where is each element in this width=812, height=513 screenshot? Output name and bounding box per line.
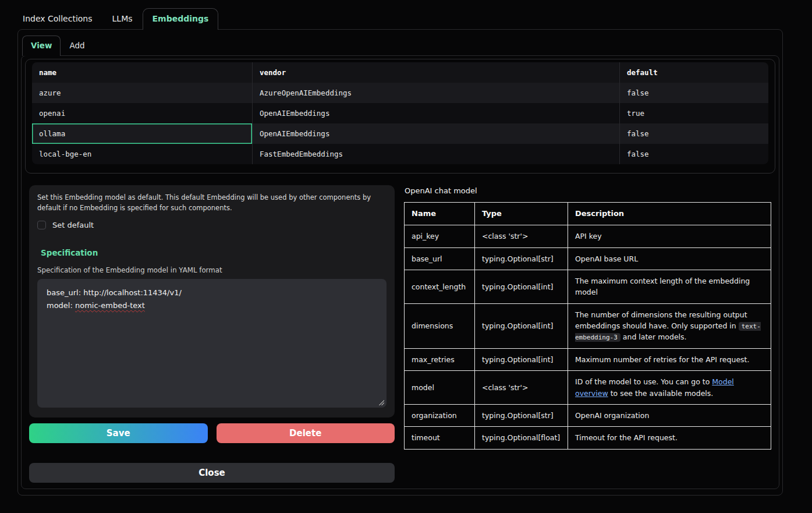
emb-cell-name[interactable]: openai xyxy=(32,103,252,123)
emb-cell-default[interactable]: true xyxy=(619,103,768,123)
embeddings-row-openai[interactable]: openaiOpenAIEmbeddingstrue xyxy=(32,103,768,123)
view-add-tab-bar: ViewAdd xyxy=(21,36,779,55)
set-default-checkbox-row[interactable]: Set default xyxy=(37,221,387,229)
param-type: <class 'str'> xyxy=(475,371,568,405)
param-description: API key xyxy=(568,225,771,247)
set-default-description: Set this Embedding model as default. Thi… xyxy=(37,193,387,214)
param-description: Timeout for the API request. xyxy=(568,427,771,449)
misspelled-word: nomic-embed-text xyxy=(75,301,145,310)
detail-table-body: api_key<class 'str'>API keybase_urltypin… xyxy=(405,225,771,450)
param-name: model xyxy=(405,371,475,405)
close-button[interactable]: Close xyxy=(29,463,395,483)
left-column: Set this Embedding model as default. Thi… xyxy=(29,185,395,486)
param-name: dimensions xyxy=(405,303,475,348)
emb-cell-vendor[interactable]: OpenAIEmbeddings xyxy=(252,103,619,123)
specification-subheading: Specification of the Embedding model in … xyxy=(37,266,387,274)
detail-row-context-length: context_lengthtyping.Optional[int]The ma… xyxy=(405,270,771,303)
param-type: typing.Optional[int] xyxy=(475,303,568,348)
emb-cell-default[interactable]: false xyxy=(619,123,768,144)
detail-col-type: Type xyxy=(475,203,568,225)
param-type: typing.Optional[str] xyxy=(475,404,568,426)
delete-button[interactable]: Delete xyxy=(217,423,395,443)
param-description: ID of the model to use. You can go to Mo… xyxy=(568,371,771,405)
param-description: The number of dimensions the resulting o… xyxy=(568,303,771,348)
detail-row-timeout: timeouttyping.Optional[float]Timeout for… xyxy=(405,427,771,449)
detail-table-title: OpenAI chat model xyxy=(405,186,771,195)
param-type: <class 'str'> xyxy=(475,225,568,247)
param-type: typing.Optional[float] xyxy=(475,427,568,449)
param-type: typing.Optional[int] xyxy=(475,348,568,370)
embeddings-table-body: azureAzureOpenAIEmbeddingsfalseopenaiOpe… xyxy=(32,83,768,164)
param-description: OpenAI organization xyxy=(568,404,771,426)
tab-llms[interactable]: LLMs xyxy=(102,8,143,30)
yaml-spec-editor[interactable]: base_url: http://localhost:11434/v1/ mod… xyxy=(37,279,387,408)
param-type: typing.Optional[str] xyxy=(475,247,568,270)
param-type: typing.Optional[int] xyxy=(475,270,568,303)
specification-heading: Specification xyxy=(41,248,387,257)
detail-row-organization: organizationtyping.Optional[str]OpenAI o… xyxy=(405,404,771,426)
param-description: The maximum context length of the embedd… xyxy=(568,270,771,303)
emb-cell-vendor[interactable]: OpenAIEmbeddings xyxy=(252,123,619,144)
top-tab-bar: Index CollectionsLLMsEmbeddings xyxy=(0,0,812,29)
view-tab-panel: namevendordefault azureAzureOpenAIEmbedd… xyxy=(21,55,779,489)
resize-handle-icon[interactable] xyxy=(378,399,384,405)
default-settings-panel: Set this Embedding model as default. Thi… xyxy=(29,185,395,418)
embeddings-table-header: namevendordefault xyxy=(32,62,768,83)
right-column: OpenAI chat model NameTypeDescription ap… xyxy=(404,185,771,450)
yaml-line-2: model: nomic-embed-text xyxy=(47,299,377,313)
embeddings-row-azure[interactable]: azureAzureOpenAIEmbeddingsfalse xyxy=(32,83,768,103)
embeddings-table-container: namevendordefault azureAzureOpenAIEmbedd… xyxy=(25,59,775,174)
embeddings-row-local-bge-en[interactable]: local-bge-enFastEmbedEmbeddingsfalse xyxy=(32,144,768,164)
param-name: context_length xyxy=(405,270,475,303)
emb-cell-vendor[interactable]: AzureOpenAIEmbeddings xyxy=(252,83,619,103)
emb-col-default: default xyxy=(619,62,768,83)
embeddings-tab-panel: ViewAdd namevendordefault azureAzureOpen… xyxy=(17,29,783,496)
page: Index CollectionsLLMsEmbeddings ViewAdd … xyxy=(0,0,812,513)
param-name: max_retries xyxy=(405,348,475,370)
param-name: timeout xyxy=(405,427,475,449)
detail-row-dimensions: dimensionstyping.Optional[int]The number… xyxy=(405,303,771,348)
emb-cell-name[interactable]: local-bge-en xyxy=(32,144,252,164)
emb-cell-vendor[interactable]: FastEmbedEmbeddings xyxy=(252,144,619,164)
emb-col-name: name xyxy=(32,62,252,83)
parameter-detail-table: NameTypeDescription api_key<class 'str'>… xyxy=(404,202,771,450)
detail-row-api-key: api_key<class 'str'>API key xyxy=(405,225,771,247)
param-description: OpenAI base URL xyxy=(568,247,771,270)
inline-code-chip: text-embedding-3 xyxy=(575,322,761,342)
emb-col-vendor: vendor xyxy=(252,62,619,83)
tab-add[interactable]: Add xyxy=(61,36,93,56)
param-name: organization xyxy=(405,404,475,426)
emb-cell-name[interactable]: azure xyxy=(32,83,252,103)
param-description: Maximum number of retries for the API re… xyxy=(568,348,771,370)
tab-embeddings[interactable]: Embeddings xyxy=(143,8,219,30)
action-buttons-row: Save Delete xyxy=(29,423,395,443)
embeddings-table: namevendordefault azureAzureOpenAIEmbedd… xyxy=(32,62,768,164)
embeddings-row-ollama[interactable]: ollamaOpenAIEmbeddingsfalse xyxy=(32,123,768,144)
tab-view[interactable]: View xyxy=(22,36,61,56)
set-default-checkbox[interactable] xyxy=(37,221,46,229)
detail-col-name: Name xyxy=(405,203,475,225)
set-default-label: Set default xyxy=(52,221,94,229)
emb-cell-default[interactable]: false xyxy=(619,83,768,103)
model-overview-link[interactable]: Model overview xyxy=(575,377,734,397)
param-name: base_url xyxy=(405,247,475,270)
yaml-line-1: base_url: http://localhost:11434/v1/ xyxy=(47,286,377,300)
detail-row-base-url: base_urltyping.Optional[str]OpenAI base … xyxy=(405,247,771,270)
content-row: Set this Embedding model as default. Thi… xyxy=(29,185,771,486)
emb-cell-default[interactable]: false xyxy=(619,144,768,164)
emb-cell-name[interactable]: ollama xyxy=(32,123,252,144)
param-name: api_key xyxy=(405,225,475,247)
tab-index-collections[interactable]: Index Collections xyxy=(13,8,102,30)
detail-row-max-retries: max_retriestyping.Optional[int]Maximum n… xyxy=(405,348,771,370)
detail-table-header: NameTypeDescription xyxy=(405,203,771,225)
detail-col-description: Description xyxy=(568,203,771,225)
detail-row-model: model<class 'str'>ID of the model to use… xyxy=(405,371,771,405)
save-button[interactable]: Save xyxy=(29,423,208,443)
